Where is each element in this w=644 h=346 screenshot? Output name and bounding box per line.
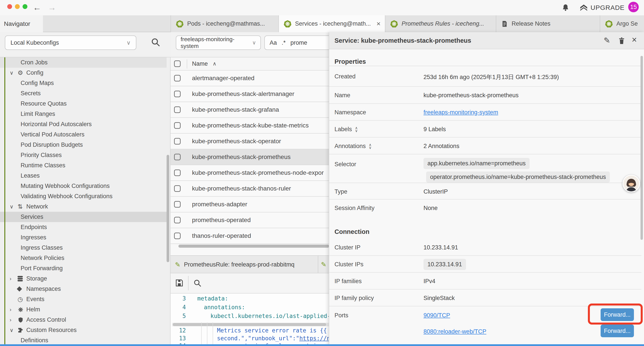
- tab-prometheus-rules[interactable]: Prometheus Rules - icecheng...: [385, 15, 496, 32]
- forward-arrow-icon[interactable]: →: [48, 3, 56, 12]
- sidebar-item-ingress-classes[interactable]: Ingress Classes: [0, 243, 166, 253]
- table-row[interactable]: thanos-ruler-operated: [170, 228, 329, 244]
- user-avatar[interactable]: [622, 175, 640, 192]
- sidebar-item-port-forwarding[interactable]: Port Forwarding: [0, 263, 166, 274]
- table-row[interactable]: kube-prometheus-stack-thanos-ruler: [170, 181, 329, 197]
- sidebar-scrollbar[interactable]: [166, 155, 169, 262]
- edit-pencil-icon: ✎: [321, 261, 326, 268]
- close-tab-icon[interactable]: ×: [376, 20, 381, 28]
- navigator-tab-label: Navigator: [4, 20, 30, 27]
- sidebar-item-events[interactable]: ◷ Events: [0, 294, 166, 304]
- namespace-link[interactable]: freeleaps-monitoring-system: [424, 109, 498, 116]
- table-row[interactable]: kube-prometheus-stack-kube-state-metrics: [170, 118, 329, 134]
- sidebar-item-helm[interactable]: › Helm: [0, 304, 166, 315]
- sidebar-item-network[interactable]: ∨ ⇅ Network: [0, 201, 166, 212]
- tab-pods[interactable]: Pods - icecheng@mathmas...: [170, 15, 279, 32]
- runbook-url-link[interactable]: https://net: [300, 335, 329, 342]
- close-window-button[interactable]: [7, 4, 12, 9]
- notification-count-badge[interactable]: 15: [628, 2, 639, 12]
- yaml-editor[interactable]: 3metadata: 4annotations: 5kubectl.kubern…: [170, 294, 329, 346]
- sidebar-item-custom-resources[interactable]: ∨ Custom Resources: [0, 325, 166, 335]
- kubeconfig-select[interactable]: Local Kubeconfigs ∨: [5, 35, 136, 50]
- forward-port-button[interactable]: Forward...: [600, 325, 634, 337]
- row-checkbox[interactable]: [174, 169, 180, 176]
- save-icon[interactable]: [175, 279, 184, 287]
- row-checkbox[interactable]: [174, 233, 180, 239]
- sidebar-item-config-maps[interactable]: Config Maps: [0, 78, 166, 88]
- navigator-panel-tab[interactable]: Navigator: [0, 15, 43, 32]
- search-input[interactable]: Aa .* prome: [264, 35, 329, 50]
- table-row-selected[interactable]: kube-prometheus-stack-prometheus: [170, 149, 329, 165]
- row-checkbox[interactable]: [174, 106, 180, 113]
- detail-scrollbar[interactable]: [640, 56, 643, 240]
- kubernetes-icon: [176, 20, 184, 28]
- sidebar-item-ingresses[interactable]: Ingresses: [0, 232, 166, 243]
- detail-row-type: Type ClusterIP: [329, 183, 641, 199]
- sidebar-item-access-control[interactable]: › Access Control: [0, 315, 166, 325]
- sidebar-item-runtime-classes[interactable]: Runtime Classes: [0, 160, 166, 171]
- sidebar-item-endpoints[interactable]: Endpoints: [0, 222, 166, 232]
- row-checkbox[interactable]: [174, 122, 180, 129]
- sidebar-item-mutating-webhook-configurations[interactable]: Mutating Webhook Configurations: [0, 181, 166, 191]
- row-checkbox[interactable]: [174, 217, 180, 223]
- row-checkbox[interactable]: [174, 138, 180, 145]
- sidebar-item-definitions[interactable]: Definitions: [0, 335, 166, 346]
- namespace-select[interactable]: freeleaps-monitoring-system ∨: [176, 35, 261, 50]
- row-checkbox[interactable]: [174, 75, 180, 81]
- sidebar-item-config[interactable]: ∨ ⚙ Config: [0, 68, 166, 78]
- close-icon[interactable]: ×: [632, 35, 637, 45]
- table-row[interactable]: prometheus-operated: [170, 212, 329, 228]
- back-arrow-icon[interactable]: ←: [33, 3, 41, 12]
- edit-pencil-icon[interactable]: ✎: [604, 36, 610, 45]
- sidebar-item-network-policies[interactable]: Network Policies: [0, 253, 166, 263]
- sort-ascending-icon[interactable]: ∧: [212, 61, 216, 67]
- port-link[interactable]: 9090/TCP: [424, 312, 450, 319]
- search-icon[interactable]: [193, 279, 202, 287]
- match-case-toggle[interactable]: Aa: [270, 39, 277, 46]
- table-row[interactable]: prometheus-adapter: [170, 197, 329, 212]
- dock-tab-next[interactable]: ✎: [318, 256, 329, 273]
- table-row[interactable]: kube-prometheus-stack-operator: [170, 134, 329, 149]
- dock-tab-prometheusrule[interactable]: ✎ PrometheusRule: freeleaps-prod-rabbitm…: [170, 256, 318, 273]
- expander-icon[interactable]: ∧∨: [369, 143, 372, 149]
- expander-icon[interactable]: ∧∨: [355, 127, 358, 132]
- column-header-name[interactable]: Name: [192, 60, 208, 67]
- port-link[interactable]: 8080:reloader-web/TCP: [424, 328, 486, 335]
- sidebar-item-services[interactable]: Services: [0, 212, 166, 222]
- tab-argo[interactable]: Argo Se: [600, 15, 644, 32]
- minimize-window-button[interactable]: [15, 4, 20, 9]
- horizontal-scrollbar[interactable]: [178, 245, 329, 248]
- row-checkbox[interactable]: [174, 201, 180, 208]
- table-row[interactable]: alertmanager-operated: [170, 70, 329, 86]
- sidebar-item-secrets[interactable]: Secrets: [0, 88, 166, 98]
- maximize-window-button[interactable]: [22, 4, 28, 9]
- upgrade-chevrons-icon[interactable]: [580, 3, 588, 12]
- select-all-checkbox[interactable]: [174, 60, 180, 67]
- sidebar-item-cron-jobs[interactable]: Cron Jobs: [0, 57, 166, 68]
- row-checkbox[interactable]: [174, 154, 180, 160]
- table-row[interactable]: kube-prometheus-stack-grafana: [170, 102, 329, 118]
- sidebar-item-leases[interactable]: Leases: [0, 171, 166, 181]
- sidebar-item-vertical-pod-autoscalers[interactable]: Vertical Pod Autoscalers: [0, 129, 166, 140]
- tab-services[interactable]: Services - icecheng@math... ×: [279, 15, 385, 32]
- tab-release-notes[interactable]: Release Notes: [496, 15, 600, 32]
- row-checkbox[interactable]: [174, 91, 180, 97]
- regex-toggle[interactable]: .*: [282, 39, 286, 46]
- editor-hscrollbar-thumb[interactable]: [173, 323, 326, 326]
- table-row[interactable]: kube-prometheus-stack-alertmanager: [170, 86, 329, 102]
- sidebar-item-horizontal-pod-autoscalers[interactable]: Horizontal Pod Autoscalers: [0, 119, 166, 129]
- chevron-down-icon: ∨: [10, 204, 18, 210]
- sidebar-item-namespaces[interactable]: Namespaces: [0, 284, 166, 294]
- search-icon[interactable]: [151, 37, 160, 47]
- sidebar-item-resource-quotas[interactable]: Resource Quotas: [0, 98, 166, 109]
- delete-trash-icon[interactable]: [618, 36, 626, 45]
- sidebar-item-limit-ranges[interactable]: Limit Ranges: [0, 109, 166, 119]
- sidebar-item-pod-disruption-budgets[interactable]: Pod Disruption Budgets: [0, 140, 166, 150]
- sidebar-item-priority-classes[interactable]: Priority Classes: [0, 150, 166, 160]
- sidebar-item-validating-webhook-configurations[interactable]: Validating Webhook Configurations: [0, 191, 166, 201]
- sidebar-item-storage[interactable]: › Storage: [0, 274, 166, 284]
- table-row[interactable]: kube-prometheus-stack-prometheus-node-ex…: [170, 165, 329, 181]
- row-checkbox[interactable]: [174, 185, 180, 192]
- upgrade-button[interactable]: UPGRADE: [590, 4, 624, 11]
- notifications-bell-icon[interactable]: [562, 3, 570, 12]
